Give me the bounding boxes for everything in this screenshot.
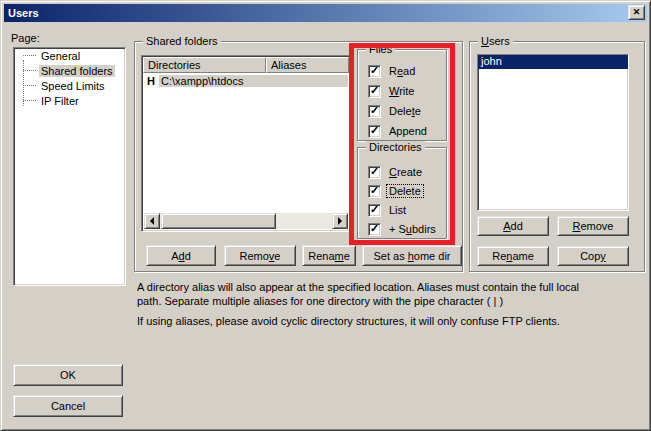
button-label: Remove (573, 220, 614, 232)
checkbox-label: Create (387, 166, 424, 178)
shared-folders-group-label: Shared folders (143, 35, 221, 47)
checkbox-create[interactable]: ✓ Create (368, 164, 424, 180)
close-button[interactable]: ✕ (628, 5, 645, 20)
list-header: Directories Aliases (143, 57, 349, 73)
checkmark-icon: ✓ (370, 204, 379, 215)
button-label: Copy (580, 250, 606, 262)
titlebar[interactable]: Users (4, 4, 647, 22)
checkbox-label: Delete (387, 105, 423, 117)
checkmark-icon: ✓ (370, 65, 379, 76)
close-icon: ✕ (633, 8, 641, 17)
page-item-shared-folders[interactable]: Shared folders (14, 63, 125, 78)
tree-connector (23, 55, 36, 56)
files-group-label: Files (366, 43, 395, 55)
page-item-speed-limits[interactable]: Speed Limits (14, 78, 125, 93)
button-label: Cancel (51, 400, 85, 412)
users-group-label: Users (478, 35, 513, 47)
tree-connector (23, 70, 36, 71)
checkmark-icon: ✓ (370, 223, 379, 234)
directory-path: C:\xampp\htdocs (159, 75, 348, 87)
page-item-ip-filter[interactable]: IP Filter (14, 93, 125, 108)
checkbox-append[interactable]: ✓ Append (368, 123, 429, 139)
checkbox-delete-files[interactable]: ✓ Delete (368, 103, 423, 119)
home-flag: H (144, 75, 159, 87)
checkbox[interactable]: ✓ (368, 204, 381, 217)
checkbox-label: Delete (387, 185, 423, 197)
checkbox[interactable]: ✓ (368, 125, 381, 138)
page-item-general[interactable]: General (14, 48, 125, 63)
button-label: Add (503, 220, 523, 232)
column-header-directories[interactable]: Directories (143, 57, 266, 73)
files-group: Files ✓ Read ✓ Write ✓ Delete ✓ Append (357, 49, 447, 141)
ok-button[interactable]: OK (13, 364, 123, 386)
directories-group-label: Directories (366, 141, 425, 153)
checkbox[interactable]: ✓ (368, 105, 381, 118)
button-label: Rename (492, 250, 534, 262)
checkbox-label: Append (387, 125, 429, 137)
checkbox-label: Write (387, 85, 416, 97)
checkbox-read[interactable]: ✓ Read (368, 63, 417, 79)
rename-user-button[interactable]: Rename (477, 246, 549, 266)
add-user-button[interactable]: Add (477, 216, 549, 236)
button-label: Remove (240, 250, 281, 262)
checkbox[interactable]: ✓ (368, 65, 381, 78)
checkmark-icon: ✓ (370, 185, 379, 196)
users-list[interactable]: john (477, 54, 629, 211)
checkbox-label: List (387, 204, 408, 216)
button-label: Add (171, 250, 191, 262)
scroll-left-icon (150, 217, 154, 225)
checkbox[interactable]: ✓ (368, 185, 381, 198)
user-item-john[interactable]: john (478, 55, 628, 69)
page-item-label: IP Filter (39, 95, 81, 107)
checkmark-icon: ✓ (370, 105, 379, 116)
rename-folder-button[interactable]: Rename (302, 245, 356, 266)
checkmark-icon: ✓ (370, 85, 379, 96)
checkbox-subdirs[interactable]: ✓ + Subdirs (368, 221, 438, 237)
tree-connector (23, 100, 36, 101)
button-label: Set as home dir (373, 250, 450, 262)
checkbox-delete-directories[interactable]: ✓ Delete (368, 183, 423, 199)
set-as-home-dir-button[interactable]: Set as home dir (362, 245, 462, 266)
checkbox[interactable]: ✓ (368, 223, 381, 236)
checkbox[interactable]: ✓ (368, 85, 381, 98)
scrollbar-thumb[interactable] (161, 213, 276, 229)
copy-user-button[interactable]: Copy (557, 246, 629, 266)
page-label: Page: (11, 32, 40, 44)
checkbox-list[interactable]: ✓ List (368, 202, 408, 218)
scroll-right-button[interactable] (332, 213, 348, 229)
checkbox-write[interactable]: ✓ Write (368, 83, 416, 99)
checkbox-label: Read (387, 65, 417, 77)
cyclic-note: If using aliases, please avoid cyclic di… (137, 315, 560, 327)
add-folder-button[interactable]: Add (146, 245, 216, 266)
shared-folders-list: Directories Aliases H C:\xampp\htdocs (141, 55, 351, 232)
button-label: OK (60, 369, 76, 381)
scroll-left-button[interactable] (144, 213, 160, 229)
cancel-button[interactable]: Cancel (13, 395, 123, 417)
window-title: Users (8, 7, 39, 19)
page-item-label: Speed Limits (39, 80, 107, 92)
directories-group: Directories ✓ Create ✓ Delete ✓ List ✓ +… (357, 147, 447, 239)
shared-folder-row[interactable]: H C:\xampp\htdocs (144, 73, 348, 88)
checkmark-icon: ✓ (370, 166, 379, 177)
remove-folder-button[interactable]: Remove (224, 245, 296, 266)
checkbox-label: + Subdirs (387, 223, 438, 235)
page-item-label: Shared folders (39, 65, 115, 77)
checkmark-icon: ✓ (370, 125, 379, 136)
page-item-label: General (39, 50, 82, 62)
users-dialog: Users ✕ Page: General Shared folders Spe… (0, 0, 651, 431)
alias-note-line2: path. Separate multiple aliases for one … (137, 295, 503, 307)
alias-note-line1: A directory alias will also appear at th… (137, 281, 579, 293)
tree-connector (23, 85, 36, 86)
checkbox[interactable]: ✓ (368, 166, 381, 179)
button-label: Rename (308, 250, 350, 262)
horizontal-scrollbar[interactable] (144, 213, 348, 229)
scroll-right-icon (338, 217, 342, 225)
remove-user-button[interactable]: Remove (557, 216, 629, 236)
page-list: General Shared folders Speed Limits IP F… (13, 47, 126, 286)
column-header-aliases[interactable]: Aliases (266, 57, 349, 73)
